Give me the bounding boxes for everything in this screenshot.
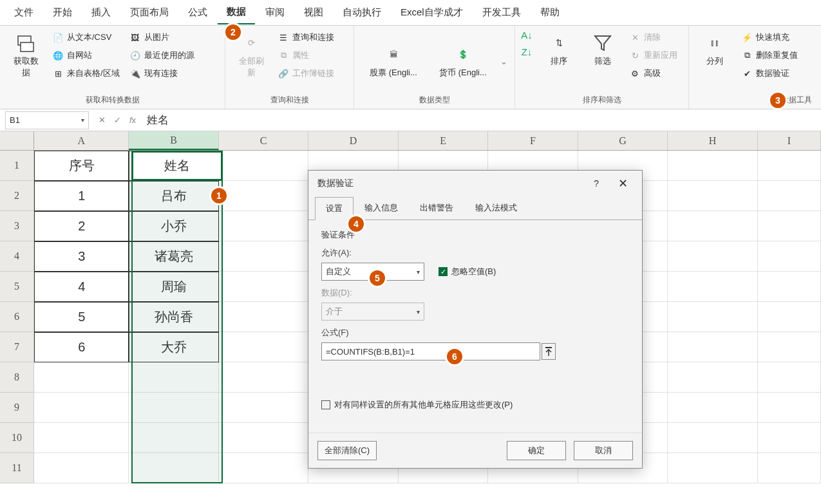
row-header[interactable]: 1 (0, 151, 34, 181)
sort-desc-icon[interactable]: Z↓ (522, 46, 532, 57)
cell-A7[interactable]: 6 (34, 332, 129, 362)
cell-H11[interactable] (668, 453, 757, 483)
cell-B9[interactable] (129, 393, 218, 423)
menu-view[interactable]: 视图 (295, 1, 332, 24)
cell-B1[interactable]: 姓名 (129, 151, 219, 181)
sort-asc-icon[interactable]: A↓ (522, 30, 532, 40)
queries-conn[interactable]: ☰查询和连接 (276, 30, 337, 45)
menu-custom[interactable]: Excel自学成才 (392, 1, 472, 24)
row-header[interactable]: 5 (0, 272, 34, 302)
cell-C10[interactable] (219, 423, 308, 453)
recent-sources[interactable]: 🕘最近使用的源 (127, 48, 197, 63)
menu-insert[interactable]: 插入 (82, 1, 120, 24)
cell-H6[interactable] (668, 302, 757, 332)
cell-C4[interactable] (219, 241, 308, 272)
cell-B10[interactable] (129, 423, 218, 453)
tab-ime-mode[interactable]: 输入法模式 (464, 196, 528, 219)
from-text-csv[interactable]: 📄从文本/CSV (50, 30, 122, 45)
cell-A1[interactable]: 序号 (34, 151, 129, 181)
from-image[interactable]: 🖼从图片 (127, 30, 197, 45)
formula-input-box[interactable]: =COUNTIFS(B:B,B1)=1 (321, 342, 540, 360)
cell-I5[interactable] (758, 272, 821, 302)
menu-review[interactable]: 审阅 (256, 1, 294, 24)
cell-A5[interactable]: 4 (34, 272, 129, 302)
cell-B11[interactable] (129, 453, 218, 483)
cell-H4[interactable] (668, 241, 757, 272)
dialog-titlebar[interactable]: 数据验证 ? ✕ (308, 171, 642, 196)
cell-B4[interactable]: 诸葛亮 (129, 241, 219, 272)
name-box[interactable]: B1 ▾ (5, 111, 89, 129)
cell-I11[interactable] (758, 453, 821, 483)
cell-C1[interactable] (219, 151, 308, 181)
cell-H8[interactable] (668, 362, 757, 393)
cell-I1[interactable] (758, 151, 821, 181)
cancel-formula[interactable]: ✕ (94, 113, 109, 128)
apply-to-others-checkbox[interactable]: 对有同样设置的所有其他单元格应用这些更改(P) (321, 399, 629, 411)
cell-A2[interactable]: 1 (34, 181, 129, 211)
cell-C11[interactable] (219, 453, 308, 483)
cell-C6[interactable] (219, 302, 308, 332)
ok-button[interactable]: 确定 (507, 441, 566, 460)
cell-I3[interactable] (758, 211, 821, 241)
cell-I2[interactable] (758, 181, 821, 211)
get-data-button[interactable]: 获取数据 (6, 30, 45, 81)
row-header[interactable]: 10 (0, 423, 34, 453)
from-web[interactable]: 🌐自网站 (50, 48, 122, 63)
cell-A8[interactable] (34, 362, 129, 393)
cell-B8[interactable] (129, 362, 218, 393)
cell-B6[interactable]: 孙尚香 (129, 302, 219, 332)
col-header-f[interactable]: F (488, 131, 578, 150)
remove-dup[interactable]: ⧉删除重复值 (739, 48, 800, 63)
existing-conn[interactable]: 🔌现有连接 (127, 66, 197, 81)
col-header-e[interactable]: E (399, 131, 488, 150)
chevron-down-icon[interactable]: ⌄ (500, 57, 507, 66)
cell-C2[interactable] (219, 181, 308, 211)
cell-I8[interactable] (758, 362, 821, 393)
cell-I10[interactable] (758, 423, 821, 453)
advanced[interactable]: ⚙高级 (627, 66, 680, 81)
col-header-b[interactable]: B (129, 131, 218, 150)
cell-H1[interactable] (668, 151, 757, 181)
menu-home[interactable]: 开始 (44, 1, 81, 24)
row-header[interactable]: 8 (0, 362, 34, 393)
col-header-i[interactable]: I (758, 131, 821, 150)
range-picker-button[interactable] (542, 343, 556, 360)
cell-A11[interactable] (34, 453, 129, 483)
flash-fill[interactable]: ⚡快速填充 (739, 30, 800, 45)
fx-button[interactable]: fx (125, 113, 140, 128)
cell-I7[interactable] (758, 332, 821, 362)
col-header-h[interactable]: H (668, 131, 757, 150)
filter-button[interactable]: 筛选 (583, 30, 622, 70)
row-header[interactable]: 3 (0, 211, 34, 241)
cell-A10[interactable] (34, 423, 129, 453)
cell-C5[interactable] (219, 272, 308, 302)
col-header-d[interactable]: D (308, 131, 398, 150)
menu-file[interactable]: 文件 (5, 1, 42, 24)
col-header-g[interactable]: G (578, 131, 668, 150)
menu-auto[interactable]: 自动执行 (334, 1, 390, 24)
chevron-down-icon[interactable]: ▾ (81, 117, 84, 124)
clear-all-button[interactable]: 全部清除(C) (317, 441, 377, 460)
help-button[interactable]: ? (594, 178, 599, 189)
cell-I9[interactable] (758, 393, 821, 423)
close-button[interactable]: ✕ (613, 174, 633, 193)
cell-H7[interactable] (668, 332, 757, 362)
text-to-columns[interactable]: ⫿⫿ 分列 (695, 30, 734, 70)
cell-I4[interactable] (758, 241, 821, 272)
cell-C9[interactable] (219, 393, 308, 423)
menu-dev[interactable]: 开发工具 (473, 1, 530, 24)
row-header[interactable]: 2 (0, 181, 34, 211)
accept-formula[interactable]: ✓ (109, 113, 125, 128)
from-table[interactable]: ⊞来自表格/区域 (50, 66, 122, 81)
cell-B5[interactable]: 周瑜 (129, 272, 219, 302)
menu-layout[interactable]: 页面布局 (121, 1, 178, 24)
cell-B7[interactable]: 大乔 (129, 332, 219, 362)
cell-H3[interactable] (668, 211, 757, 241)
menu-help[interactable]: 帮助 (531, 1, 569, 24)
stocks[interactable]: 🏛 股票 (Engli... (361, 41, 426, 81)
cell-A3[interactable]: 2 (34, 211, 129, 241)
cell-I6[interactable] (758, 302, 821, 332)
cell-B3[interactable]: 小乔 (129, 211, 219, 241)
cell-B2[interactable]: 吕布 (129, 181, 219, 211)
cell-A6[interactable]: 5 (34, 302, 129, 332)
